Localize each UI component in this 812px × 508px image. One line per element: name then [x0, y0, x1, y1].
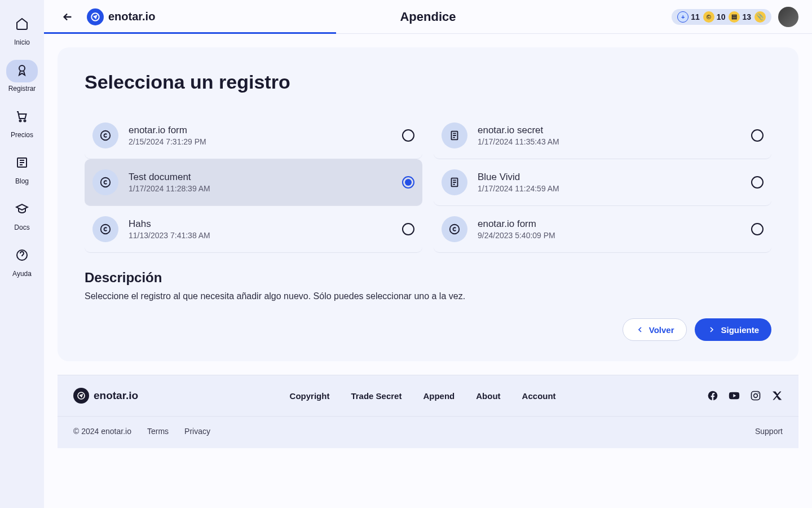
brand-logo[interactable]: enotar.io — [87, 8, 155, 25]
nav-ayuda[interactable]: Ayuda — [3, 240, 41, 282]
compass-icon — [90, 12, 100, 22]
record-date: 9/24/2023 5:40:09 PM — [478, 231, 751, 240]
badge-icon — [15, 63, 29, 77]
svg-point-15 — [758, 393, 759, 394]
nav-label: Inicio — [14, 38, 30, 46]
copyright-text: © 2024 enotar.io — [73, 427, 131, 436]
record-row[interactable]: Test document1/17/2024 11:28:39 AM — [85, 159, 422, 206]
record-title: Test document — [129, 172, 402, 183]
svg-point-12 — [78, 392, 85, 399]
nav-registrar[interactable]: Registrar — [3, 55, 41, 97]
nav-docs[interactable]: Docs — [3, 194, 41, 236]
svg-rect-13 — [751, 392, 760, 400]
clip-icon: 📎 — [754, 11, 766, 23]
footer-link[interactable]: Append — [423, 391, 454, 401]
radio-select[interactable] — [751, 176, 764, 189]
svg-point-5 — [91, 13, 99, 21]
terms-link[interactable]: Terms — [147, 427, 169, 436]
cart-icon — [15, 110, 29, 123]
help-icon — [15, 248, 29, 262]
record-title: enotar.io form — [129, 125, 402, 136]
footer: enotar.io CopyrightTrade SecretAppendAbo… — [58, 375, 798, 448]
radio-select[interactable] — [402, 129, 414, 142]
record-row[interactable]: enotar.io secret1/17/2024 11:35:43 AM — [434, 112, 771, 159]
plus-icon: + — [677, 11, 689, 23]
brand-name: enotar.io — [108, 10, 155, 23]
record-title: enotar.io secret — [478, 125, 751, 136]
record-date: 2/15/2024 7:31:29 PM — [129, 137, 402, 146]
svg-point-10 — [101, 225, 111, 234]
back-button[interactable] — [58, 7, 78, 27]
page-title: Apendice — [400, 10, 456, 24]
coin-icon: © — [703, 11, 714, 23]
desc-heading: Descripción — [85, 270, 771, 286]
nav-label: Ayuda — [12, 270, 32, 278]
record-date: 1/17/2024 11:35:43 AM — [478, 137, 751, 146]
radio-select[interactable] — [751, 129, 764, 142]
nav-inicio[interactable]: Inicio — [3, 9, 41, 51]
chevron-left-icon — [636, 325, 645, 334]
footer-link[interactable]: Copyright — [290, 391, 330, 401]
radio-select[interactable] — [402, 223, 414, 235]
nav-label: Registrar — [8, 85, 36, 93]
desc-text: Seleccione el registro al que necesita a… — [85, 291, 771, 301]
record-date: 1/17/2024 11:24:59 AM — [478, 184, 751, 193]
copyright-icon — [92, 122, 118, 148]
arrow-left-icon — [61, 11, 74, 23]
youtube-icon[interactable] — [729, 390, 740, 401]
main-card: Selecciona un registro enotar.io form2/1… — [58, 47, 798, 361]
siguiente-button[interactable]: Siguiente — [695, 318, 771, 341]
record-title: enotar.io form — [478, 218, 751, 230]
record-date: 1/17/2024 11:28:39 AM — [129, 184, 402, 193]
progress-bar — [44, 32, 336, 34]
record-row[interactable]: enotar.io form9/24/2023 5:40:09 PM — [434, 206, 771, 253]
support-link[interactable]: Support — [755, 427, 783, 436]
instagram-icon[interactable] — [750, 390, 761, 401]
footer-link[interactable]: Account — [522, 391, 556, 401]
credit-pills[interactable]: +11 ©10 ▤13 📎 — [672, 9, 771, 25]
doc-icon — [442, 169, 467, 195]
home-icon — [15, 17, 29, 30]
chevron-right-icon — [707, 325, 716, 334]
record-row[interactable]: Hahs11/13/2023 7:41:38 AM — [85, 206, 422, 253]
facebook-icon[interactable] — [707, 390, 718, 401]
volver-button[interactable]: Volver — [623, 318, 687, 341]
compass-icon — [77, 391, 86, 400]
radio-select[interactable] — [402, 176, 414, 189]
x-icon[interactable] — [771, 390, 783, 401]
svg-point-0 — [19, 65, 25, 71]
doc-icon — [442, 122, 467, 148]
record-title: Blue Vivid — [478, 172, 751, 183]
svg-point-14 — [754, 394, 758, 398]
record-row[interactable]: enotar.io form2/15/2024 7:31:29 PM — [85, 112, 422, 159]
footer-logo[interactable]: enotar.io — [73, 388, 138, 404]
privacy-link[interactable]: Privacy — [184, 427, 210, 436]
card-heading: Selecciona un registro — [85, 71, 771, 93]
svg-point-1 — [20, 120, 21, 122]
nav-label: Docs — [14, 224, 29, 231]
copyright-icon — [92, 216, 118, 242]
nav-precios[interactable]: Precios — [3, 102, 41, 143]
svg-point-6 — [101, 131, 111, 141]
radio-select[interactable] — [751, 223, 764, 235]
svg-point-8 — [101, 178, 111, 187]
svg-point-2 — [24, 120, 26, 122]
svg-point-11 — [450, 225, 460, 234]
news-icon — [15, 156, 29, 169]
side-nav: Inicio Registrar Precios Blog Docs Ayuda — [0, 0, 44, 508]
copyright-icon — [92, 169, 118, 195]
footer-link[interactable]: Trade Secret — [351, 391, 401, 401]
avatar[interactable] — [778, 7, 798, 27]
topbar: enotar.io Apendice +11 ©10 ▤13 📎 — [44, 0, 812, 34]
nav-blog[interactable]: Blog — [3, 148, 41, 190]
grad-icon — [15, 202, 29, 216]
nav-label: Precios — [11, 131, 33, 139]
record-row[interactable]: Blue Vivid1/17/2024 11:24:59 AM — [434, 159, 771, 206]
record-date: 11/13/2023 7:41:38 AM — [129, 231, 402, 240]
footer-link[interactable]: About — [476, 391, 500, 401]
record-title: Hahs — [129, 218, 402, 230]
doc-icon: ▤ — [729, 11, 740, 23]
nav-label: Blog — [15, 177, 29, 185]
copyright-icon — [442, 216, 467, 242]
